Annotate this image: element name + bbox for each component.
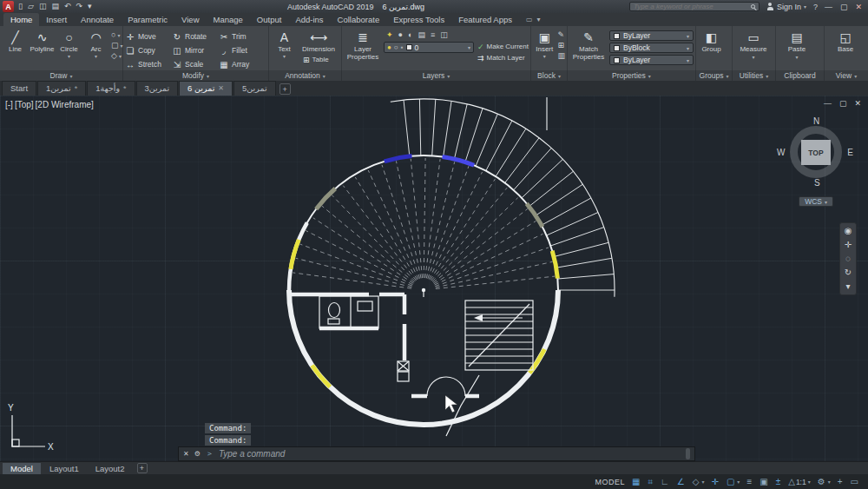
ribbon-tab[interactable]: Collaborate (331, 13, 387, 26)
command-customize-icon[interactable]: ⚙ (194, 450, 201, 458)
panel-label-modify[interactable]: Modify▾ (123, 70, 269, 81)
modify-tool-button[interactable]: ↔ Stretch (125, 57, 172, 71)
draw-tool-button[interactable]: ╱ Line ▾ (2, 28, 29, 59)
drawing-window-button[interactable]: ✕ (854, 99, 861, 108)
layout-tab[interactable]: Layout1 (42, 463, 87, 474)
ribbon-tab[interactable]: View (174, 13, 206, 26)
panel-label-groups[interactable]: Groups▾ (696, 70, 733, 81)
viewcube-south[interactable]: S (814, 178, 820, 188)
viewport-control[interactable]: [-] (5, 100, 13, 109)
status-toggle-icon[interactable]: ⚙ ▾ (818, 477, 831, 487)
command-input[interactable]: Type a command (219, 449, 681, 459)
layer-tool-icon[interactable]: ◫ (440, 30, 448, 39)
modify-tool-button[interactable]: ✛ Move (125, 30, 172, 43)
draw-tool-button[interactable]: ○ Circle ▾ (56, 28, 82, 59)
drawing-window-button[interactable]: — (824, 99, 832, 108)
file-tab[interactable]: Start ✕ (2, 81, 36, 96)
draw-extra-tool[interactable]: ▢ ▾ (111, 42, 123, 50)
layer-tool-icon[interactable]: ● (398, 30, 403, 39)
layer-tool-icon[interactable]: ▤ (418, 30, 425, 39)
navigation-tool-icon[interactable]: ◌ (845, 254, 851, 263)
viewcube-north[interactable]: N (813, 116, 819, 126)
model-space-toggle[interactable]: MODEL (595, 478, 625, 486)
layout-tab[interactable]: Model (3, 463, 41, 474)
status-toggle-icon[interactable]: ▭ ▾ (851, 477, 859, 487)
draw-tool-button[interactable]: ∿ Polyline ▾ (29, 28, 56, 59)
file-tab[interactable]: تمرين3 ✕ (136, 81, 179, 96)
command-line[interactable]: ✕ ⚙ ＞ Type a command (178, 446, 695, 461)
qat-icon[interactable]: ▱ (28, 1, 34, 12)
group-button[interactable]: ◧ Group (698, 28, 725, 53)
file-tab[interactable]: تمرين 6 ✕ (179, 81, 233, 96)
status-toggle-icon[interactable]: ✛ ▾ (712, 477, 720, 487)
qat-icon[interactable]: ↷ (76, 1, 82, 12)
layer-tool-icon[interactable]: ✦ (386, 30, 393, 39)
ribbon-tab[interactable]: Home (3, 13, 39, 26)
modify-tool-button[interactable]: ✂ Trim (219, 30, 266, 43)
navigation-tool-icon[interactable]: ◉ (845, 227, 852, 235)
modify-tool-button[interactable]: ◞ Fillet (219, 43, 266, 57)
text-button[interactable]: A Text ▾ (271, 28, 298, 59)
ribbon-tab[interactable]: Express Tools (386, 13, 451, 26)
match-layer-button[interactable]: ⇉ Match Layer (477, 53, 529, 63)
ribbon-tab[interactable]: Output (250, 13, 289, 26)
viewport-control[interactable]: [Top] (15, 100, 34, 109)
minimize-button[interactable]: — (825, 3, 832, 11)
insert-block-button[interactable]: ▣ Insert ▾ (533, 28, 556, 59)
block-extra-tool[interactable]: ▥ (557, 52, 565, 60)
navigation-tool-icon[interactable]: ▾ (845, 282, 850, 291)
viewcube-west[interactable]: W (777, 148, 785, 157)
ribbon-minimize-icon[interactable]: ▭ (526, 16, 533, 23)
layout-tab[interactable]: Layout2 (88, 463, 133, 474)
status-toggle-icon[interactable]: △ 1:1 ▾ (788, 477, 811, 487)
draw-extra-tool[interactable]: ○ ▾ (111, 31, 123, 39)
panel-label-view[interactable]: View▾ (825, 70, 868, 81)
property-dropdown[interactable]: ByBlock ▾ (609, 43, 694, 53)
draw-tool-button[interactable]: ◠ Arc ▾ (82, 28, 109, 59)
qat-icon[interactable]: ▤ (51, 1, 59, 12)
close-button[interactable]: ✕ (855, 3, 862, 11)
panel-label-draw[interactable]: Draw▾ (0, 70, 123, 81)
modify-tool-button[interactable]: ▦ Array (219, 57, 266, 71)
status-toggle-icon[interactable]: ≡ ▾ (746, 477, 753, 487)
status-toggle-icon[interactable]: ▣ ▾ (760, 477, 768, 487)
sign-in-button[interactable]: Sign In ▾ (766, 3, 806, 11)
dimension-button[interactable]: ⟷ Dimension (299, 28, 338, 54)
panel-label-utilities[interactable]: Utilities▾ (733, 70, 776, 81)
property-dropdown[interactable]: ByLayer ▾ (609, 55, 694, 65)
close-tab-icon[interactable]: ✕ (218, 84, 224, 92)
search-icon[interactable] (751, 4, 755, 9)
layer-properties-button[interactable]: ≣ Layer Properties (344, 28, 382, 61)
help-search-box[interactable] (629, 2, 760, 11)
viewcube-top-face[interactable]: TOP (801, 140, 831, 165)
layer-tool-icon[interactable]: ≡ (431, 30, 435, 39)
viewcube[interactable]: N S W E TOP (783, 119, 849, 185)
block-extra-tool[interactable]: ⊞ (557, 42, 565, 50)
status-toggle-icon[interactable]: ▦ ▾ (632, 477, 641, 487)
status-toggle-icon[interactable]: ± ▾ (776, 477, 782, 487)
panel-label-annotation[interactable]: Annotation▾ (269, 70, 342, 81)
new-drawing-tab-button[interactable]: + (279, 83, 291, 95)
match-properties-button[interactable]: ✎ Match Properties (569, 28, 608, 61)
qat-icon[interactable]: ▯ (18, 1, 23, 12)
property-dropdown[interactable]: ByLayer ▾ (609, 30, 694, 41)
viewport-control[interactable]: [2D Wireframe] (36, 100, 94, 109)
status-toggle-icon[interactable]: ∟ ▾ (661, 477, 670, 487)
draw-extra-tool[interactable]: ◇ ▾ (111, 52, 123, 60)
layer-dropdown[interactable]: ● ○ ▪ 0 ▾ (384, 42, 474, 53)
panel-label-block[interactable]: Block▾ (531, 70, 568, 81)
ribbon-minimize-caret-icon[interactable]: ▾ (537, 16, 541, 23)
modify-tool-button[interactable]: ↻ Rotate (172, 30, 219, 43)
new-layout-button[interactable]: + (137, 463, 148, 473)
ribbon-tab[interactable]: Insert (39, 13, 74, 26)
modify-tool-button[interactable]: ⇲ Scale (172, 57, 219, 71)
viewcube-east[interactable]: E (847, 148, 853, 157)
table-button[interactable]: ⊞ Table (299, 56, 329, 64)
status-toggle-icon[interactable]: ◇ ▾ (693, 477, 705, 487)
ribbon-tab[interactable]: Manage (207, 13, 250, 26)
command-scroll-grip[interactable] (686, 448, 690, 459)
modify-tool-button[interactable]: ◫ Mirror (172, 43, 219, 57)
navigation-tool-icon[interactable]: ✛ (845, 241, 852, 249)
qat-icon[interactable]: ▾ (88, 1, 92, 12)
ribbon-tab[interactable]: Parametric (121, 13, 174, 26)
